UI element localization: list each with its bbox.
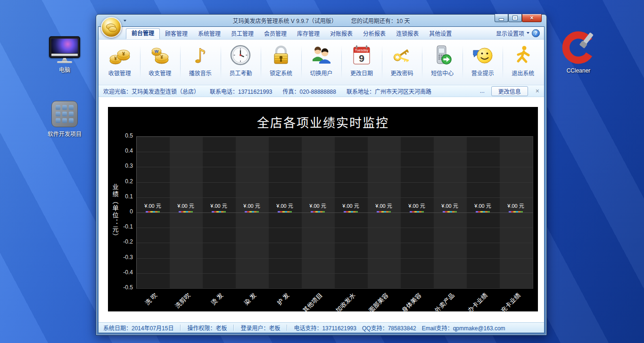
address-text: 联系地址：广州市天河区天河南路 <box>347 87 431 95</box>
tab-0[interactable]: 前台管理 <box>126 28 160 39</box>
toolbar-button-label: 营业提示 <box>471 69 494 77</box>
desktop-icon-label: 电脑 <box>43 65 86 74</box>
status-item-3: 电话支持：13711621993 QQ支持：785833842 Email支持：… <box>294 324 505 332</box>
keys-icon <box>391 41 413 68</box>
svg-text:¥: ¥ <box>122 51 125 57</box>
gridline <box>137 258 533 259</box>
ccleaner-icon <box>557 29 600 65</box>
y-tick-label: 0.1 <box>125 193 133 200</box>
desktop-icon-label: 软件开发项目 <box>43 130 86 138</box>
x-category-label: 面部美容 <box>366 291 390 314</box>
computer-icon <box>43 33 86 63</box>
chevron-down-icon[interactable] <box>527 32 529 34</box>
chart-y-axis: 0.50.40.30.20.10-0.1-0.2-0.3-0.4-0.5 <box>108 107 135 311</box>
tab-7[interactable]: 分析报表 <box>358 29 391 39</box>
toolbar-button-label: 更改密码 <box>391 69 413 77</box>
toolbar-button-label: 收支管理 <box>149 69 171 77</box>
x-category-label: 染 发 <box>242 291 258 307</box>
gridline <box>137 197 533 198</box>
toolbar-button-cashier[interactable]: ¥ ¥ 收银管理 <box>99 40 140 84</box>
edit-info-button[interactable]: 更改信息 <box>491 86 528 96</box>
chart-x-axis: 洗 吹洗剪吹烫 发染 发护 发其他项目加收发水面部美容身体美容外卖产品办卡业绩充… <box>136 291 532 320</box>
tabs-right-area: 显示设置项 ? <box>496 27 544 39</box>
close-button[interactable]: × <box>522 14 542 22</box>
toolbar-button-label: 锁定系统 <box>270 69 292 77</box>
toolbar-button-label: 收银管理 <box>108 69 131 77</box>
minimize-button[interactable] <box>495 14 508 22</box>
x-category-label: 烫 发 <box>209 291 225 307</box>
coin-icon <box>108 26 117 32</box>
toolbar-button-label: 短信中心 <box>431 69 454 77</box>
x-category-label: 其他项目 <box>300 291 324 314</box>
gridline <box>137 273 533 274</box>
tab-8[interactable]: 连锁报表 <box>391 29 424 39</box>
tab-1[interactable]: 顾客管理 <box>160 29 193 39</box>
y-tick-label: 0.5 <box>125 132 133 139</box>
gridline <box>137 182 533 183</box>
chevron-down-icon[interactable] <box>124 20 126 22</box>
desktop-icon-ccleaner[interactable]: CCleaner <box>557 29 600 74</box>
desktop-icon-computer[interactable]: 电脑 <box>43 33 86 74</box>
welcome-text: 欢迎光临：艾玛美发造型连锁（总店） <box>103 87 199 95</box>
desktop-icon-dev-projects[interactable]: 软件开发项目 <box>43 97 86 138</box>
toolbar-button-exit[interactable]: 退出系统 <box>503 40 543 84</box>
status-item-2: 登录用户：老板 <box>240 324 280 332</box>
calendar-weekday: Tuesday <box>355 48 369 52</box>
fax-text: 传真：020-88888888 <box>283 87 336 95</box>
status-separator <box>233 325 234 331</box>
x-category-label: 洗 吹 <box>143 291 159 307</box>
svg-text:W: W <box>155 49 159 54</box>
svg-text:¥: ¥ <box>114 56 117 61</box>
y-tick-label: 0.2 <box>125 178 133 185</box>
app-menu-button[interactable] <box>101 17 122 38</box>
ellipsis-text: ... <box>480 88 485 94</box>
x-category-label: 办卡业绩 <box>465 291 489 314</box>
help-icon[interactable]: ? <box>532 29 540 37</box>
toolbar-button-change-password[interactable]: 更改密码 <box>382 40 422 84</box>
minimize-icon <box>499 19 504 20</box>
tab-9[interactable]: 其他设置 <box>424 29 457 39</box>
toolbar-button-change-date[interactable]: Tuesday 9 更改日期 <box>341 40 382 84</box>
panel-close-icon[interactable]: × <box>536 88 539 94</box>
gridline <box>137 167 533 167</box>
desktop-icon-label: CCleaner <box>557 67 600 74</box>
tab-3[interactable]: 员工管理 <box>226 29 259 39</box>
toolbar-button-label: 退出系统 <box>512 69 534 77</box>
x-category-label: 加收发水 <box>333 291 357 314</box>
x-category-label: 充卡业绩 <box>498 291 522 314</box>
clock-icon <box>229 41 252 68</box>
svg-text:¥: ¥ <box>161 55 164 60</box>
chart-title: 全店各项业绩实时监控 <box>108 113 538 131</box>
gridline <box>137 212 533 213</box>
smiley-icon <box>471 41 494 68</box>
x-category-label: 洗剪吹 <box>173 291 192 310</box>
toolbar-button-label: 更改日期 <box>350 69 373 77</box>
maximize-button[interactable] <box>508 14 522 22</box>
tab-4[interactable]: 会员管理 <box>259 29 292 39</box>
window-titlebar[interactable]: 艾玛美发店务管理系统 V 9.9.7（试用版） 您的试用期还有：10 天 × <box>98 15 545 26</box>
toolbar-button-sms-center[interactable]: 短信中心 <box>422 40 462 84</box>
y-tick-label: -0.2 <box>123 238 133 245</box>
tab-5[interactable]: 库存管理 <box>292 29 325 39</box>
x-category-label: 身体美容 <box>399 291 423 314</box>
toolbar-button-music[interactable]: ♪ 播放音乐 <box>180 40 221 84</box>
toolbar-button-lock[interactable]: 锁定系统 <box>261 40 301 84</box>
performance-chart: 全店各项业绩实时监控 业绩（单位：元） 0.50.40.30.20.10-0.1… <box>108 107 538 311</box>
toolbar-button-label: 切换用户 <box>310 69 333 77</box>
toolbar-button-switch-user[interactable]: 切换用户 <box>301 40 342 84</box>
exit-figure-icon <box>512 41 534 68</box>
toolbar-button-business-tips[interactable]: 营业提示 <box>462 40 503 84</box>
desktop-background: 电脑 软件开发项目 CCleaner 艾玛美发店务管理系统 V 9.9.7（试用… <box>0 0 644 343</box>
gridline <box>137 152 533 152</box>
tab-2[interactable]: 系统管理 <box>193 29 226 39</box>
toolbar-button-attendance[interactable]: 员工考勤 <box>221 40 261 84</box>
display-settings-label[interactable]: 显示设置项 <box>496 29 524 37</box>
y-tick-label: 0.4 <box>125 147 133 154</box>
y-tick-label: -0.3 <box>123 254 133 261</box>
toolbar-button-label: 播放音乐 <box>189 69 212 77</box>
toolbar-button-income-expense[interactable]: ¥ W 收支管理 <box>140 40 181 84</box>
status-item-0: 系统日期：2014年07月15日 <box>103 324 173 332</box>
tab-6[interactable]: 对账报表 <box>325 29 358 39</box>
svg-text:♪: ♪ <box>194 44 206 66</box>
two-users-icon <box>310 41 333 68</box>
